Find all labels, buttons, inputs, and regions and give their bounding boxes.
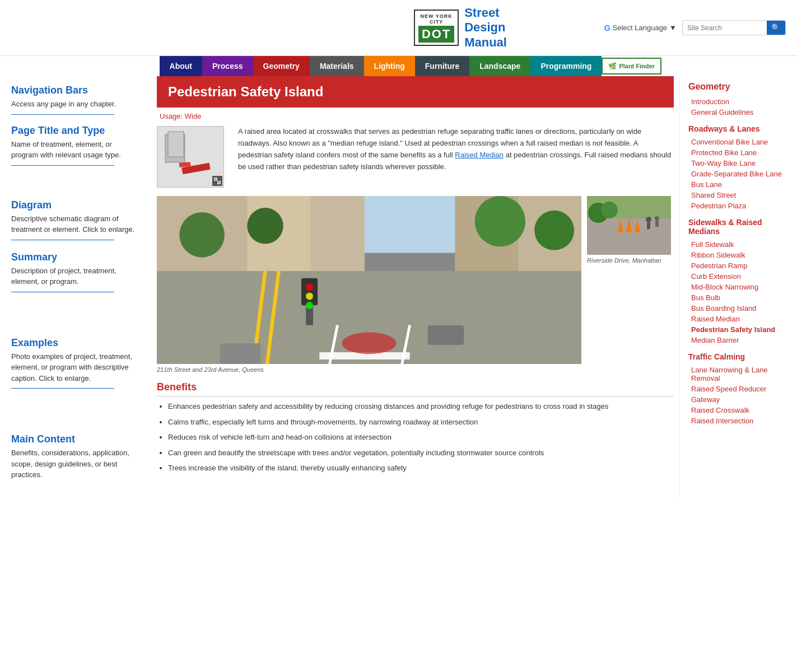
sidebar-link-raised-intersection[interactable]: Raised Intersection xyxy=(688,416,789,426)
svg-rect-4 xyxy=(215,178,217,180)
sidebar-link-lane-narrowing[interactable]: Lane Narrowing & Lane Removal xyxy=(688,365,789,384)
side-photo[interactable] xyxy=(587,196,671,255)
sidebar-category-traffic-calming: Traffic Calming xyxy=(688,352,789,361)
nav-item-materials[interactable]: Materials xyxy=(310,56,364,76)
nav-item-furniture[interactable]: Furniture xyxy=(415,56,469,76)
annotation-diagram: Diagram Descriptive schematic diagram of… xyxy=(11,199,140,240)
sidebar-title: Geometry xyxy=(688,82,789,92)
svg-point-32 xyxy=(306,302,313,309)
usage-line: Usage: Wide xyxy=(157,108,674,123)
svg-rect-39 xyxy=(647,222,650,229)
sidebar-link-raised-speed-reducer[interactable]: Raised Speed Reducer xyxy=(688,384,789,394)
header-right: G Select Language ▼ 🔍 xyxy=(604,20,786,35)
svg-point-14 xyxy=(475,196,525,246)
benefit-item: Can green and beautify the streetscape w… xyxy=(168,447,674,459)
sidebar-link-curb-extension[interactable]: Curb Extension xyxy=(688,271,789,282)
search-box: 🔍 xyxy=(682,20,786,35)
sidebar-link-pedestrian-safety-island[interactable]: Pedestrian Safety Island xyxy=(688,324,789,335)
content-area: Pedestrian Safety Island Usage: Wide xyxy=(151,76,679,499)
sidebar-category-sidewalks: Sidewalks & Raised Medians xyxy=(688,218,789,236)
benefits-list: Enhances pedestrian safety and accessibi… xyxy=(157,401,674,474)
right-sidebar: Geometry Introduction General Guidelines… xyxy=(679,76,797,499)
sidebar-link-bus-boarding-island[interactable]: Bus Boarding Island xyxy=(688,303,789,314)
svg-point-15 xyxy=(534,211,574,250)
content-body: A raised area located at crosswalks that… xyxy=(157,123,674,190)
nav-item-landscape[interactable]: Landscape xyxy=(469,56,530,76)
site-title: Street Design Manual xyxy=(464,6,507,50)
sidebar-link-pedestrian-plaza[interactable]: Pedestrian Plaza xyxy=(688,200,789,211)
sidebar-link-full-sidewalk[interactable]: Full Sidewalk xyxy=(688,239,789,250)
svg-rect-29 xyxy=(301,278,318,305)
nav-item-programming[interactable]: Programming xyxy=(530,56,602,76)
annotation-page-title: Page Title and Type Name of treatment, e… xyxy=(11,125,140,166)
main-photo-caption: 211th Street and 23rd Avenue, Queens xyxy=(157,366,581,373)
diagram-area[interactable] xyxy=(157,126,230,188)
logo-box: NEW YORK CITY DOT xyxy=(414,10,459,46)
annotation-nav-bars: Navigation Bars Access any page in any c… xyxy=(11,85,140,115)
sidebar-link-raised-median[interactable]: Raised Median xyxy=(688,314,789,324)
sidebar-link-shared-street[interactable]: Shared Street xyxy=(688,190,789,200)
page-header: NEW YORK CITY DOT Street Design Manual G… xyxy=(0,0,797,56)
svg-point-31 xyxy=(306,293,313,300)
side-photo-caption: Riverside Drive, Manhattan xyxy=(587,257,674,264)
leaf-icon: 🌿 xyxy=(608,62,617,70)
sidebar-link-protected-bike-lane[interactable]: Protected Bike Lane xyxy=(688,147,789,158)
page-title: Pedestrian Safety Island xyxy=(168,84,323,99)
logo-area: NEW YORK CITY DOT Street Design Manual xyxy=(414,6,507,50)
sidebar-link-ribbon-sidewalk[interactable]: Ribbon Sidewalk xyxy=(688,250,789,260)
sidebar-link-twoway-bike-lane[interactable]: Two-Way Bike Lane xyxy=(688,158,789,169)
photo-side: Riverside Drive, Manhattan xyxy=(587,196,674,264)
nav-item-about[interactable]: About xyxy=(160,56,202,76)
plant-finder-button[interactable]: 🌿 Plant Finder xyxy=(602,58,661,74)
svg-point-13 xyxy=(247,208,283,244)
nav-item-lighting[interactable]: Lighting xyxy=(364,56,415,76)
nav-item-process[interactable]: Process xyxy=(202,56,253,76)
sidebar-link-pedestrian-ramp[interactable]: Pedestrian Ramp xyxy=(688,260,789,271)
sidebar-link-raised-crosswalk[interactable]: Raised Crosswalk xyxy=(688,405,789,416)
search-button[interactable]: 🔍 xyxy=(767,21,785,35)
svg-point-43 xyxy=(601,202,618,218)
svg-rect-25 xyxy=(220,343,261,364)
svg-rect-9 xyxy=(310,196,365,280)
svg-rect-5 xyxy=(218,181,220,184)
sidebar-link-bus-bulb[interactable]: Bus Bulb xyxy=(688,292,789,303)
benefit-item: Reduces risk of vehicle left-turn and he… xyxy=(168,432,674,443)
svg-point-40 xyxy=(655,216,659,221)
summary-text: A raised area located at crosswalks that… xyxy=(238,126,674,188)
sidebar-link-introduction[interactable]: Introduction xyxy=(688,96,789,107)
sidebar-link-midblock-narrowing[interactable]: Mid-Block Narrowing xyxy=(688,282,789,292)
svg-point-12 xyxy=(179,212,225,258)
chevron-down-icon: ▼ xyxy=(669,24,677,32)
annotation-examples: Examples Photo examples of project, trea… xyxy=(11,337,140,389)
expand-icon[interactable] xyxy=(212,176,222,186)
dot-logo: DOT xyxy=(418,26,454,43)
photo-main[interactable]: 211th Street and 23rd Avenue, Queens xyxy=(157,196,581,373)
photos-section: 211th Street and 23rd Avenue, Queens xyxy=(157,196,674,373)
sidebar-link-general-guidelines[interactable]: General Guidelines xyxy=(688,107,789,118)
page-title-bar: Pedestrian Safety Island xyxy=(157,76,674,108)
raised-median-link[interactable]: Raised Median xyxy=(455,151,504,159)
benefits-section: Benefits Enhances pedestrian safety and … xyxy=(157,381,674,474)
benefit-item: Trees increase the visibility of the isl… xyxy=(168,463,674,474)
sidebar-link-grade-separated-bike-lane[interactable]: Grade-Separated Bike Lane xyxy=(688,169,789,179)
google-logo: G xyxy=(604,24,610,32)
sidebar-category-roadways: Roadways & Lanes xyxy=(688,124,789,133)
sidebar-link-gateway[interactable]: Gateway xyxy=(688,394,789,405)
benefits-title: Benefits xyxy=(157,381,674,396)
svg-rect-27 xyxy=(428,325,464,345)
svg-point-38 xyxy=(646,217,651,222)
sidebar-link-bus-lane[interactable]: Bus Lane xyxy=(688,179,789,190)
nav-bar: About Process Geometry Materials Lightin… xyxy=(0,56,797,76)
nav-item-geometry[interactable]: Geometry xyxy=(253,56,310,76)
benefit-item: Enhances pedestrian safety and accessibi… xyxy=(168,401,674,412)
main-layout: Navigation Bars Access any page in any c… xyxy=(0,76,797,499)
annotation-summary: Summary Description of project, treatmen… xyxy=(11,251,140,292)
sidebar-link-conventional-bike-lane[interactable]: Conventional Bike Lane xyxy=(688,137,789,147)
photos-row: 211th Street and 23rd Avenue, Queens xyxy=(157,196,674,373)
language-selector[interactable]: G Select Language ▼ xyxy=(604,24,677,32)
search-input[interactable] xyxy=(683,21,767,35)
main-photo[interactable] xyxy=(157,196,581,364)
sidebar-link-median-barrier[interactable]: Median Barrier xyxy=(688,335,789,346)
annotation-panel: Navigation Bars Access any page in any c… xyxy=(0,76,151,499)
benefit-item: Calms traffic, especially left turns and… xyxy=(168,417,674,428)
